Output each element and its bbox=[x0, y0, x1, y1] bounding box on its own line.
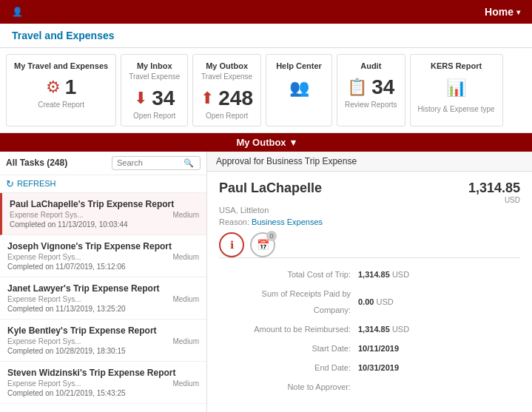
myoutbox-label: My Outbox bbox=[236, 137, 286, 148]
trip-detail-row: Start Date: 10/11/2019 bbox=[220, 340, 519, 357]
refresh-icon: ↻ bbox=[6, 178, 14, 189]
task-list-header: All Tasks (248) 🔍 bbox=[0, 152, 206, 175]
card-count: 34 bbox=[371, 75, 394, 99]
card-title: My OutboxTravel Expense bbox=[201, 61, 252, 82]
approval-header-bar: Approval for Business Trip Expense bbox=[207, 152, 532, 172]
task-item[interactable]: Kyle Bentley's Trip Expense Report Expen… bbox=[0, 320, 206, 362]
tabs-row: ℹ 📅 0 bbox=[219, 226, 520, 258]
card-count: 1 bbox=[65, 75, 77, 99]
task-item[interactable]: Steven Widzinski's Trip Expense Report E… bbox=[0, 362, 206, 404]
card-icon: ⬇ bbox=[134, 89, 147, 108]
reason-link[interactable]: Business Expenses bbox=[252, 217, 323, 226]
approval-name: Paul LaChapelle bbox=[219, 180, 322, 196]
trip-detail-row: Sum of Receipts Paid by Company: 0.00 US… bbox=[220, 285, 519, 319]
card-subtitle: Review Reports bbox=[345, 101, 397, 109]
refresh-row[interactable]: ↻ REFRESH bbox=[0, 175, 206, 193]
trip-detail-row: Amount to be Reimbursed: 1,314.85 USD bbox=[220, 320, 519, 338]
task-item-sub: Expense Report Sys... Medium bbox=[7, 295, 199, 303]
card-icon: ⚙ bbox=[46, 78, 61, 97]
card-kers-report[interactable]: KERS Report📊History & Expense type bbox=[410, 54, 503, 126]
task-item-title: Joseph Vignone's Trip Expense Report bbox=[7, 241, 199, 251]
card-my-travel[interactable]: My Travel and Expenses⚙1Create Report bbox=[6, 54, 116, 126]
card-my-outbox[interactable]: My OutboxTravel Expense⬆248Open Report bbox=[192, 54, 261, 126]
card-icon: ⬆ bbox=[201, 89, 214, 108]
card-title: Help Center bbox=[276, 61, 322, 71]
card-title: My Travel and Expenses bbox=[14, 61, 108, 71]
calendar-icon: 📅 bbox=[257, 239, 269, 251]
task-item[interactable]: Joseph Vignone's Trip Expense Report Exp… bbox=[0, 235, 206, 277]
approval-detail: Paul LaChapelle 1,314.85 USD USA, Little… bbox=[207, 172, 532, 411]
tab-calendar[interactable]: 📅 0 bbox=[250, 232, 275, 257]
trip-detail-label: Start Date: bbox=[220, 340, 354, 357]
task-item-title: Kyle Bentley's Trip Expense Report bbox=[7, 325, 199, 336]
task-badge: Medium bbox=[172, 379, 199, 388]
approval-panel: Approval for Business Trip Expense Paul … bbox=[207, 152, 532, 412]
search-input[interactable] bbox=[117, 158, 183, 167]
trip-detail-value bbox=[355, 378, 519, 396]
approval-amount: 1,314.85 USD bbox=[468, 180, 520, 204]
card-subtitle: Open Report bbox=[206, 112, 248, 120]
card-icon: 📊 bbox=[446, 78, 466, 98]
task-item-date: Completed on 11/07/2019, 15:12:06 bbox=[7, 263, 199, 271]
section-title: Travel and Expenses bbox=[0, 24, 532, 48]
trip-detail-row: Total Cost of Trip: 1,314.85 USD bbox=[220, 266, 519, 283]
home-label[interactable]: Home ▾ bbox=[485, 6, 520, 18]
card-help-center[interactable]: Help Center👥 bbox=[266, 54, 332, 126]
trip-details: Total Cost of Trip: 1,314.85 USD Sum of … bbox=[219, 264, 520, 397]
card-icon: 👥 bbox=[289, 78, 309, 98]
task-item-date: Completed on 10/28/2019, 18:30:15 bbox=[7, 347, 199, 355]
task-badge: Medium bbox=[172, 211, 199, 219]
trip-detail-value: 10/11/2019 bbox=[355, 340, 519, 357]
task-badge: Medium bbox=[172, 253, 199, 261]
card-my-inbox[interactable]: My InboxTravel Expense⬇34Open Report bbox=[121, 54, 188, 126]
top-navigation: 👤 Home ▾ bbox=[0, 0, 532, 24]
myoutbox-chevron-icon: ▾ bbox=[291, 137, 296, 148]
card-title: My InboxTravel Expense bbox=[129, 61, 180, 82]
task-item-title: Janet Lawyer's Trip Expense Report bbox=[7, 283, 199, 294]
card-icon: 📋 bbox=[347, 78, 367, 97]
task-list: All Tasks (248) 🔍 ↻ REFRESH Paul LaChape… bbox=[0, 152, 207, 412]
approval-reason: Reason: Business Expenses bbox=[219, 217, 520, 226]
task-item-date: Completed on 11/13/2019, 13:25:20 bbox=[7, 305, 199, 313]
task-items: Paul LaChapelle's Trip Expense Report Ex… bbox=[0, 193, 206, 412]
tab-info[interactable]: ℹ bbox=[219, 232, 244, 257]
task-badge: Medium bbox=[172, 337, 199, 345]
card-count: 34 bbox=[152, 87, 175, 110]
trip-detail-label: Amount to be Reimbursed: bbox=[220, 320, 354, 338]
card-subtitle: History & Expense type bbox=[418, 105, 495, 113]
card-subtitle: Open Report bbox=[133, 112, 175, 120]
task-item-date: Completed on 11/13/2019, 10:03:44 bbox=[10, 220, 199, 229]
trip-detail-value: 1,314.85 USD bbox=[355, 320, 519, 338]
task-item-sub: Expense Report Sys... Medium bbox=[7, 253, 199, 261]
trip-detail-row: End Date: 10/31/2019 bbox=[220, 359, 519, 376]
task-item-title: Steven Widzinski's Trip Expense Report bbox=[7, 368, 199, 378]
task-item[interactable]: Janet Lawyer's Trip Expense Report Expen… bbox=[0, 277, 206, 320]
cards-row: My Travel and Expenses⚙1Create ReportMy … bbox=[0, 48, 532, 133]
task-item-sub: Expense Report Sys... Medium bbox=[10, 211, 199, 219]
search-icon: 🔍 bbox=[183, 158, 194, 168]
trip-detail-label: Total Cost of Trip: bbox=[220, 266, 354, 283]
card-title: KERS Report bbox=[431, 61, 482, 71]
trip-detail-label: Sum of Receipts Paid by Company: bbox=[220, 285, 354, 319]
task-item[interactable]: Paul LaChapelle's Trip Expense Report Ex… bbox=[0, 193, 206, 235]
task-item-date: Completed on 10/21/2019, 15:43:25 bbox=[7, 389, 199, 397]
trip-detail-value: 10/31/2019 bbox=[355, 359, 519, 376]
all-tasks-label: All Tasks (248) bbox=[6, 158, 67, 168]
approval-location: USA, Littleton bbox=[219, 206, 520, 215]
refresh-label: REFRESH bbox=[17, 179, 56, 188]
card-subtitle: Create Report bbox=[38, 101, 84, 109]
tab-badge: 0 bbox=[266, 231, 277, 241]
card-title: Audit bbox=[360, 61, 381, 71]
card-count: 248 bbox=[218, 87, 253, 110]
trip-detail-row: Note to Approver: bbox=[220, 378, 519, 396]
search-box[interactable]: 🔍 bbox=[112, 156, 201, 170]
main-area: All Tasks (248) 🔍 ↻ REFRESH Paul LaChape… bbox=[0, 152, 532, 412]
task-item-title: Paul LaChapelle's Trip Expense Report bbox=[10, 199, 199, 209]
task-item-sub: Expense Report Sys... Medium bbox=[7, 337, 199, 345]
task-badge: Medium bbox=[172, 295, 199, 303]
card-audit[interactable]: Audit📋34Review Reports bbox=[337, 54, 405, 126]
task-item-sub: Expense Report Sys... Medium bbox=[7, 379, 199, 388]
trip-detail-label: End Date: bbox=[220, 359, 354, 376]
myoutbox-bar[interactable]: My Outbox ▾ bbox=[0, 133, 532, 152]
user-icon[interactable]: 👤 bbox=[12, 7, 23, 17]
